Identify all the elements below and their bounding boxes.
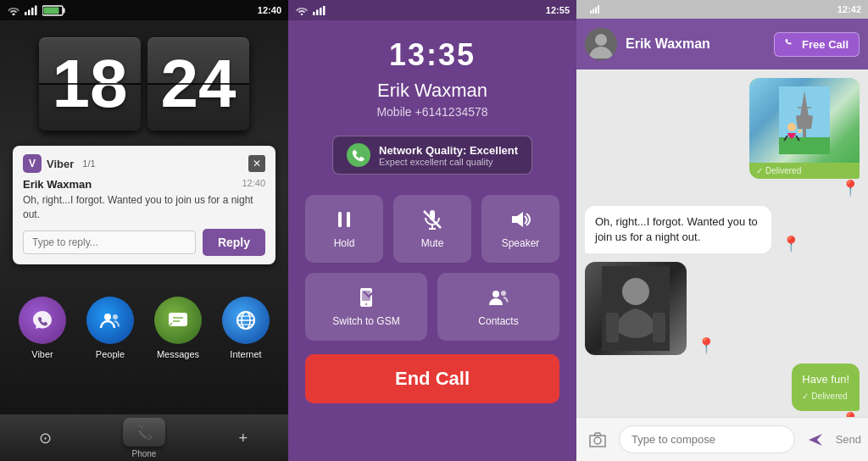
viber-app-icon[interactable]: Viber xyxy=(19,297,66,359)
chat-status-bar: 12:42 xyxy=(576,0,868,19)
circle-icon: ⊙ xyxy=(32,425,58,451)
people-icon xyxy=(97,308,123,333)
svg-rect-1 xyxy=(25,12,27,15)
svg-point-53 xyxy=(594,437,601,444)
svg-point-0 xyxy=(13,14,15,16)
internet-app-icon[interactable]: Internet xyxy=(222,297,270,359)
speaker-icon xyxy=(509,208,531,230)
sent-image-delivered: ✓ Delivered xyxy=(756,166,853,175)
sent-image-message: ✓ Delivered 📍 xyxy=(749,78,860,197)
camera-button[interactable] xyxy=(583,425,612,454)
contacts-button[interactable]: Contacts xyxy=(437,273,559,341)
end-call-button[interactable]: End Call xyxy=(305,354,559,403)
svg-point-46 xyxy=(787,123,796,131)
hold-label: Hold xyxy=(334,237,355,249)
messages-icon xyxy=(165,308,191,333)
notification-title-row: V Viber 1/1 xyxy=(23,154,96,173)
messages-app-icon[interactable]: Messages xyxy=(154,297,202,359)
switch-gsm-icon xyxy=(355,286,377,308)
call-status-icons xyxy=(295,6,327,15)
notification-close-btn[interactable]: ✕ xyxy=(248,155,265,172)
phone-btn[interactable]: 📞 Phone xyxy=(123,418,165,458)
send-button[interactable]: Send xyxy=(836,433,861,446)
home-screen: 12:40 18 24 V Viber 1/1 ✕ Erik Waxman 12… xyxy=(0,0,288,461)
svg-point-33 xyxy=(492,291,499,297)
add-icon: + xyxy=(231,425,256,451)
internet-icon xyxy=(233,308,259,333)
call-time: 12:55 xyxy=(546,5,570,15)
network-quality-badge: Network Quality: Excellent Expect excell… xyxy=(332,136,532,175)
switch-gsm-button[interactable]: Switch to GSM xyxy=(305,273,427,341)
free-call-button[interactable]: Free Call xyxy=(774,32,860,57)
mute-button[interactable]: Mute xyxy=(393,195,471,263)
sent-photo xyxy=(749,78,860,163)
phone-call-icon xyxy=(352,148,365,162)
call-contact-number: Mobile +6141234578 xyxy=(376,105,487,119)
location-pin-3: 📍 xyxy=(697,336,715,355)
chat-signal-icon xyxy=(590,5,602,14)
switch-gsm-label: Switch to GSM xyxy=(332,315,399,327)
battery-icon xyxy=(42,5,66,16)
send-arrow-btn[interactable] xyxy=(802,426,829,453)
call-wifi-icon xyxy=(295,6,309,15)
reply-input[interactable] xyxy=(23,230,196,254)
notification-count: 1/1 xyxy=(82,158,95,169)
call-screen: 12:55 13:35 Erik Waxman Mobile +61412345… xyxy=(288,0,576,461)
chat-messages: ✓ Delivered 📍 Oh, right...I forgot. Want… xyxy=(576,69,868,417)
svg-point-18 xyxy=(301,13,303,14)
sent-text: Have fun! xyxy=(802,373,849,386)
svg-rect-22 xyxy=(323,6,326,15)
svg-rect-4 xyxy=(35,6,37,16)
svg-point-40 xyxy=(595,34,607,46)
internet-label: Internet xyxy=(230,349,261,359)
svg-rect-7 xyxy=(44,7,59,14)
svg-rect-52 xyxy=(653,313,665,342)
svg-point-34 xyxy=(501,291,506,296)
call-contact-name: Erik Waxman xyxy=(377,80,487,102)
svg-point-9 xyxy=(113,314,118,319)
svg-rect-2 xyxy=(28,10,31,16)
location-pin-2: 📍 xyxy=(782,235,800,253)
send-arrow-icon xyxy=(807,431,824,448)
end-call-label: End Call xyxy=(395,368,470,390)
phone-icon: 📞 xyxy=(123,418,165,447)
contacts-label: Contacts xyxy=(478,315,518,327)
speaker-button[interactable]: Speaker xyxy=(481,195,559,263)
call-signal-icon xyxy=(312,6,327,15)
chat-time: 12:42 xyxy=(837,4,861,14)
svg-point-32 xyxy=(365,303,368,306)
notification-message: Oh, right...I forgot. Wanted you to join… xyxy=(23,193,265,222)
chat-contact-name: Erik Waxman xyxy=(626,36,765,52)
call-timer: 13:35 xyxy=(389,37,476,73)
home-right-btn[interactable]: + xyxy=(231,425,256,451)
home-bottom-bar: ⊙ 📞 Phone + xyxy=(0,414,288,461)
viber-notification-icon: V xyxy=(23,154,42,173)
free-call-phone-icon xyxy=(785,38,797,50)
svg-rect-6 xyxy=(64,8,65,13)
free-call-label: Free Call xyxy=(802,38,849,51)
notification-app-name: Viber xyxy=(47,158,74,170)
messages-label: Messages xyxy=(157,349,199,359)
network-quality-icon xyxy=(347,143,370,167)
svg-rect-35 xyxy=(590,11,592,14)
svg-rect-23 xyxy=(338,212,342,227)
hold-icon xyxy=(333,208,355,230)
people-app-icon[interactable]: People xyxy=(86,297,134,359)
received-text-message: Oh, right...I forgot. Wanted you to join… xyxy=(585,206,860,253)
home-left-btn[interactable]: ⊙ xyxy=(32,425,58,451)
svg-point-50 xyxy=(622,278,649,305)
chat-compose-input[interactable] xyxy=(619,425,795,453)
reply-button[interactable]: Reply xyxy=(203,229,265,256)
chat-screen: 12:42 Erik Waxman Free Call xyxy=(576,0,868,461)
svg-rect-38 xyxy=(598,5,599,14)
call-status-bar: 12:55 xyxy=(288,0,576,20)
speaker-label: Speaker xyxy=(502,237,540,249)
avatar-image xyxy=(585,28,617,60)
received-photo xyxy=(585,262,687,355)
svg-rect-45 xyxy=(779,137,830,154)
svg-rect-21 xyxy=(320,8,322,15)
camera-icon xyxy=(588,430,607,449)
hold-button[interactable]: Hold xyxy=(305,195,383,263)
clock-hour: 18 xyxy=(39,37,141,131)
chat-header: Erik Waxman Free Call xyxy=(576,19,868,69)
